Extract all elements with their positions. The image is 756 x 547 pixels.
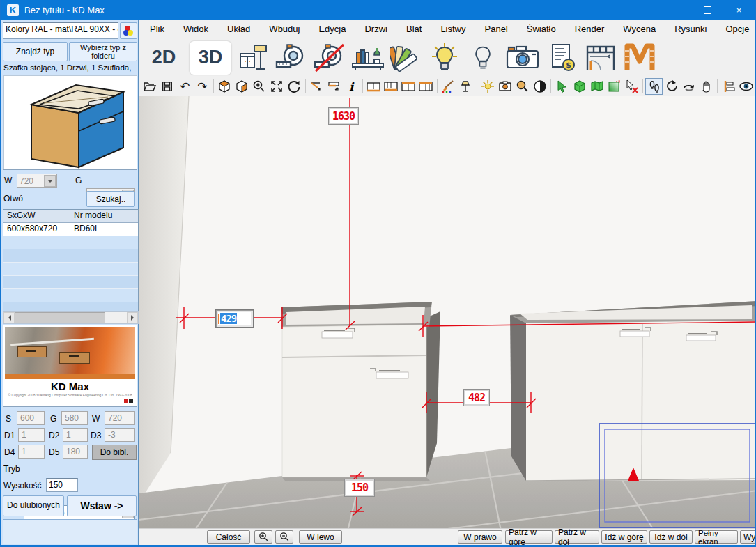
param-d2-field[interactable]: 1 (63, 428, 88, 442)
height-input[interactable]: 150 (46, 478, 78, 492)
choose-type-button[interactable]: Wybierz typ z folderu (69, 42, 137, 61)
color-fan-icon[interactable] (389, 41, 423, 75)
menu-swiatlo[interactable]: Światło (527, 24, 556, 34)
menu-uklad[interactable]: Układ (227, 24, 250, 34)
scroll-left-button[interactable] (3, 312, 15, 323)
menu-listwy[interactable]: Listwy (440, 24, 465, 34)
param-g-field[interactable]: 580 (61, 411, 88, 425)
scrollbar-thumb[interactable] (15, 312, 105, 323)
minimize-button[interactable] (661, 0, 692, 20)
favorites-button[interactable]: Do ulubionych (3, 495, 64, 516)
menu-wbuduj[interactable]: Wbuduj (269, 24, 300, 34)
panorama-green-icon[interactable] (588, 78, 605, 95)
wall-angle-icon[interactable] (308, 78, 325, 95)
menu-wycena[interactable]: Wycena (623, 24, 656, 34)
scroll-right-button[interactable] (127, 312, 138, 323)
cabinet-view-1-icon[interactable] (365, 78, 383, 95)
fit-all-button[interactable]: Całość (207, 530, 250, 544)
snapshot-icon[interactable] (496, 78, 514, 95)
menu-drzwi[interactable]: Drzwi (364, 24, 387, 34)
cube-top-icon[interactable] (216, 78, 233, 95)
select-green-icon[interactable] (553, 78, 571, 95)
cabinet-view-3-icon[interactable] (400, 78, 417, 95)
param-d4-field[interactable]: 1 (18, 445, 45, 459)
render-camera-icon[interactable] (504, 41, 541, 75)
table-row-empty[interactable] (3, 263, 138, 276)
table-row-empty[interactable] (3, 236, 138, 249)
table-row-empty[interactable] (3, 276, 138, 289)
pan-hand-icon[interactable] (697, 78, 715, 95)
param-s-field[interactable]: 600 (17, 411, 45, 425)
cabinet-view-4-icon[interactable] (417, 78, 435, 95)
menu-widok[interactable]: Widok (183, 24, 208, 34)
menu-rysunki[interactable]: Rysunki (674, 24, 707, 34)
walk-mode-icon[interactable] (645, 78, 663, 95)
look-down-button[interactable]: Patrz w dół (555, 530, 599, 544)
cube-green-icon[interactable] (571, 78, 588, 95)
param-d1-field[interactable]: 1 (18, 428, 45, 442)
info-icon[interactable]: i (343, 78, 360, 95)
menu-panel[interactable]: Panel (485, 24, 508, 34)
to-library-button[interactable]: Do bibl. (92, 445, 137, 460)
viewport-3d[interactable]: 1630 429 482 150 (139, 96, 755, 531)
param-d5-field[interactable]: 180 (63, 445, 88, 459)
cabinet-preview[interactable] (3, 75, 137, 170)
pan-right-button[interactable]: W prawo (458, 530, 502, 544)
furniture-lamp-icon[interactable] (236, 41, 270, 75)
light-effect-icon[interactable] (479, 78, 496, 95)
param-d3-field[interactable]: -3 (105, 428, 135, 442)
pan-left-button[interactable]: W lewo (299, 530, 342, 544)
eye-icon[interactable] (737, 78, 755, 95)
horizontal-scrollbar[interactable] (3, 311, 139, 324)
fit-view-icon[interactable] (268, 78, 286, 95)
measure-tape-icon[interactable] (275, 41, 308, 75)
material-path-field[interactable]: Kolory RAL - mat\RAL 90XX - od (3, 22, 118, 39)
width-select[interactable]: 720 (17, 174, 57, 188)
folding-ruler-icon[interactable] (622, 41, 657, 75)
contrast-icon[interactable] (531, 78, 548, 95)
search-button[interactable]: Szukaj.. (86, 191, 135, 207)
zoom-in-button[interactable] (254, 530, 272, 544)
save-icon[interactable] (159, 78, 176, 95)
measure-tape-disabled-icon[interactable] (313, 41, 346, 75)
fullscreen-button[interactable]: Pełny ekran (695, 530, 738, 544)
zoom-in-icon[interactable] (251, 78, 268, 95)
price-document-icon[interactable]: $ (546, 41, 579, 75)
paint-brush-icon[interactable] (440, 78, 457, 95)
mode-3d-button[interactable]: 3D (190, 41, 231, 75)
param-w-field[interactable]: 720 (105, 411, 135, 425)
menu-plik[interactable]: Plik (150, 24, 164, 34)
menu-render[interactable]: Render (575, 24, 605, 34)
dim-edit-input[interactable]: 429 (215, 309, 254, 328)
redo-icon[interactable]: ↷ (194, 78, 211, 95)
find-type-button[interactable]: Znajdź typ (3, 42, 68, 61)
rotate-view-icon[interactable] (663, 78, 680, 95)
table-row[interactable]: 600x580x720 BD60L (3, 223, 138, 236)
exit-button[interactable]: Wyj (740, 530, 756, 544)
bulb-on-icon[interactable] (428, 41, 461, 75)
delete-select-icon[interactable] (623, 78, 640, 95)
color-palette-button[interactable] (120, 22, 137, 39)
undo-icon[interactable]: ↶ (176, 78, 194, 95)
cabinet-view-2-icon[interactable] (383, 78, 400, 95)
orbit-view-icon[interactable] (680, 78, 697, 95)
gradient-green-icon[interactable] (605, 78, 623, 95)
cube-side-icon[interactable] (233, 78, 251, 95)
menu-edycja[interactable]: Edycja (318, 24, 346, 34)
wall-horizontal-icon[interactable] (325, 78, 343, 95)
zoom-out-button[interactable] (275, 530, 293, 544)
mode-2d-button[interactable]: 2D (143, 41, 185, 75)
shelf-decor-icon[interactable] (351, 41, 385, 75)
render-zoom-icon[interactable] (514, 78, 531, 95)
maximize-button[interactable] (692, 0, 723, 20)
look-up-button[interactable]: Patrz w górę (505, 530, 553, 544)
go-up-button[interactable]: Idź w górę (601, 530, 647, 544)
floor-lamp-icon[interactable] (457, 78, 475, 95)
table-row-empty[interactable] (3, 289, 138, 302)
go-down-button[interactable]: Idź w dół (649, 530, 693, 544)
table-row-empty[interactable] (3, 249, 138, 263)
open-folder-icon[interactable] (141, 78, 159, 95)
insert-button[interactable]: Wstaw -> (67, 495, 137, 516)
menu-opcje[interactable]: Opcje (725, 24, 749, 34)
menu-blat[interactable]: Blat (406, 24, 422, 34)
